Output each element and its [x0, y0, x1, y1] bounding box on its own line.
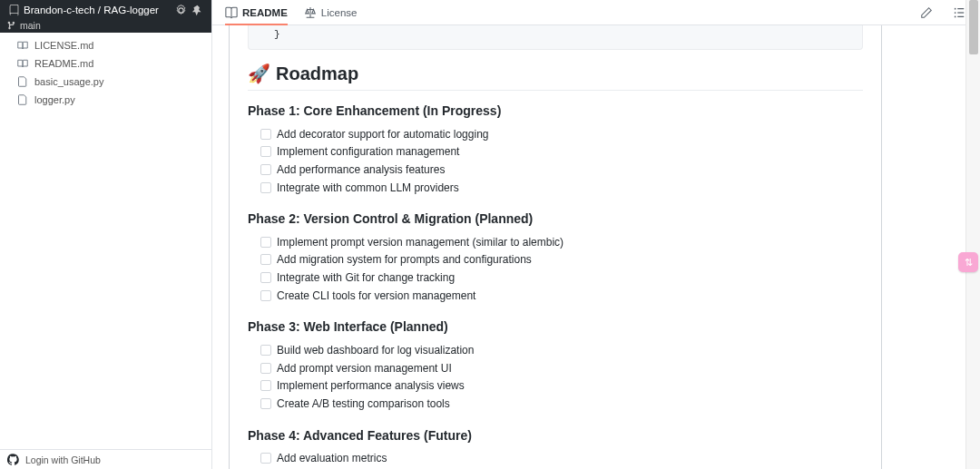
scrollbar-track[interactable]: [965, 0, 980, 469]
task-label: Add migration system for prompts and con…: [277, 252, 532, 268]
checkbox-icon[interactable]: [260, 182, 271, 193]
svg-point-2: [955, 15, 956, 17]
repo-owner[interactable]: Brandon-c-tech: [24, 5, 95, 15]
file-tree-item[interactable]: logger.py: [0, 91, 211, 109]
task-item: Add evaluation metrics: [248, 450, 863, 468]
task-item: Add migration system for prompts and con…: [248, 251, 863, 269]
file-name: basic_usage.py: [34, 76, 103, 87]
law-icon: [304, 6, 317, 19]
checkbox-icon[interactable]: [260, 129, 271, 140]
task-label: Create CLI tools for version management: [277, 288, 475, 304]
git-branch-icon: [7, 21, 16, 30]
pin-icon[interactable]: [190, 3, 204, 17]
file-name: README.md: [34, 58, 93, 69]
phase-heading: Phase 4: Advanced Features (Future): [248, 428, 863, 443]
task-item: Add decorator support for automatic logg…: [248, 125, 863, 143]
task-list: Add evaluation metricsImplement vector s…: [248, 450, 863, 469]
code-brace: }: [261, 29, 280, 40]
tab-readme-label: README: [242, 7, 288, 18]
rocket-icon: 🚀: [248, 63, 270, 84]
task-label: Build web dashboard for log visualizatio…: [277, 343, 474, 358]
file-name: logger.py: [34, 94, 75, 105]
task-list: Add decorator support for automatic logg…: [248, 125, 863, 202]
readme-file-icon: [16, 57, 29, 70]
sidebar: Brandon-c-tech / RAG-logger main LICENSE…: [0, 0, 212, 469]
branch-name[interactable]: main: [20, 20, 41, 31]
roadmap-title: Roadmap: [276, 64, 358, 84]
task-label: Implement performance analysis views: [277, 378, 465, 394]
task-item: Create A/B testing comparison tools: [248, 396, 863, 414]
file-name: LICENSE.md: [34, 40, 93, 51]
tab-license[interactable]: License: [304, 0, 358, 24]
tabs-bar: README License: [212, 0, 980, 25]
tab-license-label: License: [321, 7, 358, 18]
svg-point-1: [955, 12, 956, 14]
file-tree-item[interactable]: LICENSE.md: [0, 36, 211, 54]
checkbox-icon[interactable]: [260, 290, 271, 301]
task-item: Create CLI tools for version management: [248, 288, 863, 306]
checkbox-icon[interactable]: [260, 237, 271, 248]
checkbox-icon[interactable]: [260, 363, 271, 374]
extension-translate-button[interactable]: ⇅: [958, 252, 978, 272]
python-file-icon: [16, 93, 29, 106]
phase-heading: Phase 2: Version Control & Migration (Pl…: [248, 211, 863, 226]
task-list: Implement prompt version management (sim…: [248, 233, 863, 310]
task-item: Build web dashboard for log visualizatio…: [248, 341, 863, 359]
checkbox-icon[interactable]: [260, 254, 271, 265]
python-file-icon: [16, 75, 29, 88]
phase-heading: Phase 1: Core Enhancement (In Progress): [248, 103, 863, 118]
scrollbar-thumb[interactable]: [969, 0, 978, 54]
task-item: Integrate with Git for change tracking: [248, 269, 863, 288]
login-github-button[interactable]: Login with GitHub: [0, 449, 211, 469]
task-item: Implement prompt version management (sim…: [248, 233, 863, 251]
task-item: Implement performance analysis views: [248, 377, 863, 396]
task-label: Create A/B testing comparison tools: [277, 396, 450, 412]
task-label: Add evaluation metrics: [277, 451, 387, 466]
settings-icon[interactable]: [173, 3, 188, 17]
edit-button[interactable]: [918, 0, 935, 24]
book-icon: [225, 6, 238, 19]
repo-name[interactable]: RAG-logger: [103, 5, 159, 15]
file-tree-item[interactable]: README.md: [0, 54, 211, 73]
task-label: Add prompt version management UI: [277, 361, 452, 376]
readme-file-icon: [16, 39, 29, 52]
phase-heading: Phase 3: Web Interface (Planned): [248, 319, 863, 334]
task-label: Implement configuration management: [277, 144, 459, 160]
task-item: Implement configuration management: [248, 143, 863, 161]
login-github-label: Login with GitHub: [25, 454, 101, 465]
repo-breadcrumb[interactable]: Brandon-c-tech / RAG-logger: [24, 5, 170, 15]
task-item: Integrate with common LLM providers: [248, 179, 863, 197]
checkbox-icon[interactable]: [260, 164, 271, 175]
checkbox-icon[interactable]: [260, 272, 271, 283]
task-label: Integrate with common LLM providers: [277, 181, 459, 196]
repo-sep: /: [98, 5, 101, 15]
task-label: Implement prompt version management (sim…: [277, 235, 564, 250]
checkbox-icon[interactable]: [260, 345, 271, 356]
task-item: Add prompt version management UI: [248, 359, 863, 377]
extension-icon: ⇅: [965, 257, 973, 269]
sidebar-header: Brandon-c-tech / RAG-logger main: [0, 0, 211, 33]
checkbox-icon[interactable]: [260, 453, 271, 464]
readme-content: } 🚀 Roadmap Phase 1: Core Enhancement (I…: [229, 25, 882, 469]
file-tree: LICENSE.mdREADME.mdbasic_usage.pylogger.…: [0, 33, 211, 449]
tab-readme[interactable]: README: [225, 0, 288, 24]
task-label: Add performance analysis features: [277, 162, 445, 178]
main: README License } 🚀 Roadmap Phase 1: Core…: [212, 0, 980, 469]
readme-scroll[interactable]: } 🚀 Roadmap Phase 1: Core Enhancement (I…: [212, 25, 980, 469]
task-label: Add decorator support for automatic logg…: [277, 127, 488, 142]
svg-rect-3: [957, 8, 964, 9]
svg-rect-4: [957, 12, 964, 13]
checkbox-icon[interactable]: [260, 380, 271, 391]
roadmap-heading: 🚀 Roadmap: [248, 63, 863, 91]
task-label: Integrate with Git for change tracking: [277, 270, 455, 286]
file-tree-item[interactable]: basic_usage.py: [0, 73, 211, 91]
repo-icon: [7, 4, 20, 16]
checkbox-icon[interactable]: [260, 146, 271, 157]
svg-rect-5: [957, 15, 964, 16]
code-snippet-tail: }: [248, 25, 863, 50]
task-item: Add performance analysis features: [248, 161, 863, 180]
github-icon: [7, 454, 20, 466]
svg-point-0: [955, 7, 956, 9]
checkbox-icon[interactable]: [260, 398, 271, 409]
task-list: Build web dashboard for log visualizatio…: [248, 341, 863, 418]
